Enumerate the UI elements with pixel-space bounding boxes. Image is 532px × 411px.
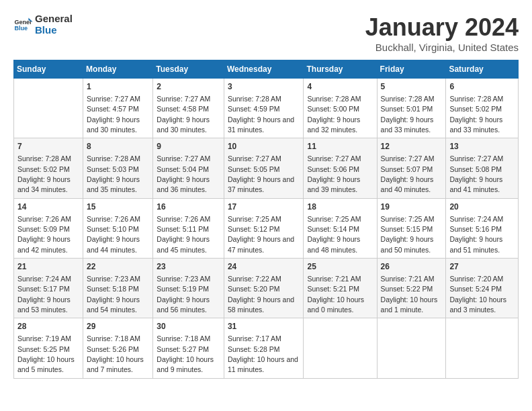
calendar-week-row: 1 Sunrise: 7:27 AM Sunset: 4:57 PM Dayli… — [14, 79, 519, 138]
calendar-cell: 19 Sunrise: 7:25 AM Sunset: 5:15 PM Dayl… — [377, 198, 446, 258]
daylight-text: Daylight: 9 hours and 56 minutes. — [157, 295, 210, 314]
calendar-cell: 24 Sunrise: 7:22 AM Sunset: 5:20 PM Dayl… — [224, 259, 304, 318]
title-area: January 2024 Buckhall, Virginia, United … — [365, 13, 519, 53]
calendar-title: January 2024 — [365, 13, 519, 42]
day-number: 27 — [449, 261, 515, 273]
logo-line2: Blue — [35, 25, 73, 36]
daylight-text: Daylight: 9 hours and 47 minutes. — [228, 235, 294, 253]
day-number: 24 — [228, 261, 300, 273]
calendar-cell: 4 Sunrise: 7:28 AM Sunset: 5:00 PM Dayli… — [304, 79, 377, 138]
daylight-text: Daylight: 9 hours and 34 minutes. — [17, 175, 71, 193]
day-number: 3 — [228, 81, 300, 93]
weekday-header: Monday — [83, 60, 153, 79]
calendar-cell: 13 Sunrise: 7:27 AM Sunset: 5:08 PM Dayl… — [446, 138, 519, 198]
sunset-text: Sunset: 5:25 PM — [17, 345, 70, 353]
sunrise-text: Sunrise: 7:26 AM — [157, 215, 210, 223]
calendar-cell: 14 Sunrise: 7:26 AM Sunset: 5:09 PM Dayl… — [14, 198, 83, 258]
day-number: 16 — [157, 201, 220, 213]
daylight-text: Daylight: 9 hours and 41 minutes. — [449, 175, 502, 193]
daylight-text: Daylight: 10 hours and 1 minute. — [381, 295, 438, 314]
sunset-text: Sunset: 5:20 PM — [228, 285, 280, 293]
sunrise-text: Sunrise: 7:28 AM — [381, 95, 435, 103]
calendar-cell: 11 Sunrise: 7:27 AM Sunset: 5:06 PM Dayl… — [304, 138, 377, 198]
day-number: 29 — [87, 321, 149, 332]
calendar-subtitle: Buckhall, Virginia, United States — [365, 42, 519, 53]
calendar-cell: 22 Sunrise: 7:23 AM Sunset: 5:18 PM Dayl… — [83, 259, 153, 318]
sunset-text: Sunset: 5:02 PM — [17, 165, 70, 173]
daylight-text: Daylight: 10 hours and 5 minutes. — [17, 355, 75, 373]
sunset-text: Sunset: 5:06 PM — [307, 165, 359, 173]
sunset-text: Sunset: 5:15 PM — [381, 225, 433, 233]
sunrise-text: Sunrise: 7:27 AM — [449, 154, 503, 163]
calendar-cell: 23 Sunrise: 7:23 AM Sunset: 5:19 PM Dayl… — [153, 259, 224, 318]
day-number: 25 — [307, 261, 373, 273]
day-number: 18 — [307, 201, 373, 213]
calendar-header: SundayMondayTuesdayWednesdayThursdayFrid… — [14, 60, 519, 79]
calendar-cell: 17 Sunrise: 7:25 AM Sunset: 5:12 PM Dayl… — [224, 198, 304, 258]
daylight-text: Daylight: 9 hours and 33 minutes. — [381, 116, 434, 134]
weekday-header: Saturday — [446, 60, 519, 79]
calendar-cell: 1 Sunrise: 7:27 AM Sunset: 4:57 PM Dayli… — [83, 79, 153, 138]
sunset-text: Sunset: 4:58 PM — [157, 105, 209, 113]
sunrise-text: Sunrise: 7:18 AM — [157, 334, 210, 342]
daylight-text: Daylight: 9 hours and 32 minutes. — [307, 116, 360, 134]
calendar-cell: 26 Sunrise: 7:21 AM Sunset: 5:22 PM Dayl… — [377, 259, 446, 318]
daylight-text: Daylight: 9 hours and 33 minutes. — [449, 116, 502, 134]
sunrise-text: Sunrise: 7:28 AM — [228, 95, 281, 103]
sunset-text: Sunset: 5:27 PM — [157, 345, 209, 353]
day-number: 7 — [17, 141, 79, 152]
sunset-text: Sunset: 5:04 PM — [157, 165, 209, 173]
day-number: 31 — [228, 321, 300, 332]
calendar-cell — [377, 318, 446, 378]
daylight-text: Daylight: 9 hours and 31 minutes. — [228, 116, 294, 134]
calendar-week-row: 14 Sunrise: 7:26 AM Sunset: 5:09 PM Dayl… — [14, 198, 519, 258]
daylight-text: Daylight: 9 hours and 30 minutes. — [87, 116, 140, 134]
sunrise-text: Sunrise: 7:23 AM — [87, 275, 140, 283]
sunrise-text: Sunrise: 7:24 AM — [449, 215, 503, 223]
weekday-header: Friday — [377, 60, 446, 79]
day-number: 2 — [157, 81, 220, 93]
calendar-cell: 21 Sunrise: 7:24 AM Sunset: 5:17 PM Dayl… — [14, 259, 83, 318]
daylight-text: Daylight: 9 hours and 58 minutes. — [228, 295, 294, 314]
calendar-cell: 18 Sunrise: 7:25 AM Sunset: 5:14 PM Dayl… — [304, 198, 377, 258]
daylight-text: Daylight: 9 hours and 51 minutes. — [449, 235, 502, 253]
calendar-week-row: 28 Sunrise: 7:19 AM Sunset: 5:25 PM Dayl… — [14, 318, 519, 378]
day-number: 11 — [307, 141, 373, 152]
day-number: 4 — [307, 81, 373, 93]
sunrise-text: Sunrise: 7:27 AM — [307, 154, 361, 163]
sunrise-text: Sunrise: 7:27 AM — [381, 154, 435, 163]
sunset-text: Sunset: 5:07 PM — [381, 165, 433, 173]
calendar-cell: 15 Sunrise: 7:26 AM Sunset: 5:10 PM Dayl… — [83, 198, 153, 258]
sunrise-text: Sunrise: 7:20 AM — [449, 275, 503, 283]
day-number: 22 — [87, 261, 149, 273]
logo: General Blue General Blue — [13, 13, 73, 36]
sunrise-text: Sunrise: 7:27 AM — [157, 95, 210, 103]
sunrise-text: Sunrise: 7:27 AM — [87, 95, 140, 103]
sunset-text: Sunset: 5:26 PM — [87, 345, 139, 353]
day-number: 30 — [157, 321, 220, 332]
sunrise-text: Sunrise: 7:17 AM — [228, 334, 281, 342]
sunrise-text: Sunrise: 7:23 AM — [157, 275, 210, 283]
sunset-text: Sunset: 5:14 PM — [307, 225, 359, 233]
sunrise-text: Sunrise: 7:19 AM — [17, 334, 71, 342]
sunrise-text: Sunrise: 7:28 AM — [307, 95, 361, 103]
day-number: 8 — [87, 141, 149, 152]
daylight-text: Daylight: 9 hours and 35 minutes. — [87, 175, 140, 193]
daylight-text: Daylight: 9 hours and 30 minutes. — [157, 116, 210, 134]
daylight-text: Daylight: 10 hours and 7 minutes. — [87, 355, 144, 373]
sunset-text: Sunset: 5:17 PM — [17, 285, 70, 293]
sunset-text: Sunset: 5:18 PM — [87, 285, 139, 293]
sunrise-text: Sunrise: 7:27 AM — [157, 154, 210, 163]
calendar-cell — [304, 318, 377, 378]
day-number: 26 — [381, 261, 443, 273]
calendar-cell: 7 Sunrise: 7:28 AM Sunset: 5:02 PM Dayli… — [14, 138, 83, 198]
weekday-header: Wednesday — [224, 60, 304, 79]
day-number: 14 — [17, 201, 79, 213]
calendar-cell: 8 Sunrise: 7:28 AM Sunset: 5:03 PM Dayli… — [83, 138, 153, 198]
calendar-cell: 5 Sunrise: 7:28 AM Sunset: 5:01 PM Dayli… — [377, 79, 446, 138]
daylight-text: Daylight: 10 hours and 9 minutes. — [157, 355, 214, 373]
day-number: 13 — [449, 141, 515, 152]
calendar-cell: 28 Sunrise: 7:19 AM Sunset: 5:25 PM Dayl… — [14, 318, 83, 378]
day-number: 15 — [87, 201, 149, 213]
sunset-text: Sunset: 5:28 PM — [228, 345, 280, 353]
